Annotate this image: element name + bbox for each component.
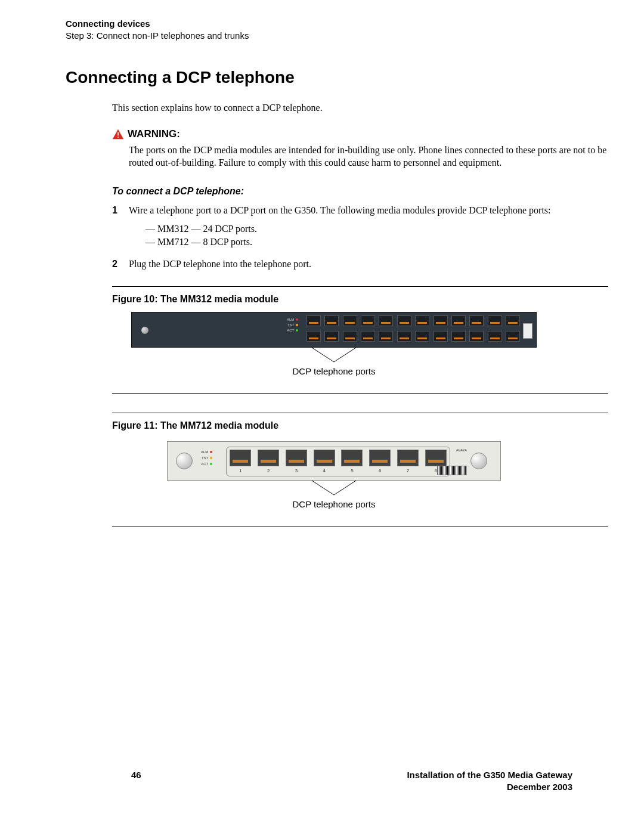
figure-rule-bottom: [112, 527, 608, 527]
footer-doc-title: Installation of the G350 Media Gateway: [407, 769, 572, 781]
svg-line-3: [310, 346, 334, 362]
bullet-item: MM312 — 24 DCP ports.: [145, 222, 608, 236]
mm712-module: ALM TST ACT 1 2 3 4 5 6 7 8 AVAYA: [167, 441, 501, 481]
led-label-tst: TST: [287, 323, 294, 327]
screw-icon: [470, 453, 487, 469]
port-number: 3: [295, 468, 298, 475]
figure-11-title: Figure 11: The MM712 media module: [112, 419, 608, 432]
step-number: 2: [112, 258, 129, 271]
warning-block: WARNING: The ports on the DCP media modu…: [112, 128, 608, 169]
port-number: 2: [267, 468, 270, 475]
footer-doc-info: Installation of the G350 Media Gateway D…: [407, 769, 572, 794]
page-header: Connecting devices Step 3: Connect non-I…: [66, 18, 608, 42]
svg-line-5: [310, 479, 334, 495]
figure-11-image: ALM TST ACT 1 2 3 4 5 6 7 8 AVAYA DCP te…: [167, 438, 501, 510]
figure-rule-top: [112, 286, 608, 287]
led-label-alm: ALM: [201, 450, 208, 454]
figure-11-callout: DCP telephone ports: [274, 479, 394, 510]
bullet-list: MM312 — 24 DCP ports. MM712 — 8 DCP port…: [145, 222, 608, 248]
step-body: Wire a telephone port to a DCP port on t…: [129, 204, 608, 255]
mm312-port-block: [306, 315, 521, 346]
step-text: Plug the DCP telephone into the telephon…: [129, 258, 608, 271]
port-number: 1: [239, 468, 242, 475]
led-label-tst: TST: [202, 456, 208, 460]
svg-rect-1: [117, 132, 119, 136]
warning-label: WARNING:: [128, 128, 180, 141]
figure-rule-top: [112, 413, 608, 413]
figure-10-title: Figure 10: The MM312 media module: [112, 293, 608, 306]
step-2: 2 Plug the DCP telephone into the teleph…: [112, 258, 608, 271]
avaya-brand-label: AVAYA: [456, 448, 467, 453]
mm312-module: ALM TST ACT: [131, 312, 537, 348]
callout-line-icon: [274, 479, 394, 497]
screw-icon: [141, 327, 148, 334]
port-number: 5: [351, 468, 353, 475]
svg-line-6: [334, 479, 358, 495]
led-label-alm: ALM: [287, 318, 294, 321]
mm312-side-label: [523, 323, 532, 339]
led-label-act: ACT: [201, 462, 208, 466]
warning-body: The ports on the DCP media modules are i…: [129, 144, 608, 169]
barcode-icon: [437, 466, 467, 475]
header-step: Step 3: Connect non-IP telephones and tr…: [66, 30, 608, 42]
page-title: Connecting a DCP telephone: [66, 66, 608, 89]
mm712-port-block: 1 2 3 4 5 6 7 8: [226, 447, 450, 476]
warning-icon: [112, 128, 124, 140]
port-number: 7: [407, 468, 409, 475]
intro-paragraph: This section explains how to connect a D…: [112, 101, 608, 114]
header-section-title: Connecting devices: [66, 18, 608, 30]
figure-10-callout: DCP telephone ports: [274, 346, 394, 377]
figure-10-image: ALM TST ACT DCP telephone ports: [131, 312, 537, 377]
bullet-item: MM712 — 8 DCP ports.: [145, 236, 608, 249]
step-1: 1 Wire a telephone port to a DCP port on…: [112, 204, 608, 255]
page-footer: 46 Installation of the G350 Media Gatewa…: [131, 769, 572, 794]
step-number: 1: [112, 204, 129, 255]
callout-label: DCP telephone ports: [293, 498, 376, 510]
port-number: 6: [379, 468, 381, 475]
callout-line-icon: [274, 346, 394, 364]
svg-line-4: [334, 346, 358, 362]
procedure-subheading: To connect a DCP telephone:: [112, 185, 608, 198]
footer-date: December 2003: [407, 781, 572, 793]
callout-label: DCP telephone ports: [293, 366, 376, 377]
svg-rect-2: [117, 137, 119, 138]
mm312-leds: ALM TST ACT: [287, 317, 298, 333]
mm712-leds: ALM TST ACT: [201, 450, 212, 467]
page-number: 46: [131, 769, 141, 794]
port-number: 4: [323, 468, 325, 475]
step-text: Wire a telephone port to a DCP port on t…: [129, 205, 551, 215]
warning-heading: WARNING:: [112, 128, 608, 141]
led-label-act: ACT: [287, 329, 294, 332]
figure-rule-bottom: [112, 393, 608, 394]
screw-icon: [176, 453, 193, 469]
